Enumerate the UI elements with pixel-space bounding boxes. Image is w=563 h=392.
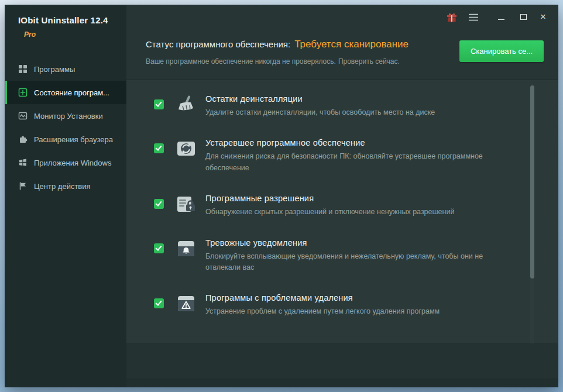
browser-extensions-puzzle-icon [18,135,28,144]
checkbox-outdated-software[interactable] [154,143,164,153]
footer-band [126,343,558,378]
sidebar-item-windows-apps[interactable]: Приложения Windows [5,151,126,174]
list-item-uninstall-leftovers: Остатки деинсталляции Удалите остатки де… [126,94,523,118]
bottom-band [126,378,558,387]
gift-icon[interactable] [447,12,457,22]
item-description: Для снижения риска для безопасности ПК: … [205,151,511,174]
install-monitor-icon [18,111,28,121]
uninstall-leftovers-broom-icon [176,94,197,115]
item-description: Обнаружение скрытых разрешений и отключе… [205,207,454,218]
sidebar-item-label: Расширения браузера [34,135,113,144]
windows-apps-icon [18,158,28,167]
health-plus-icon [18,88,28,97]
sidebar-item-install-monitor[interactable]: Монитор Установки [5,104,126,128]
item-title: Тревожные уведомления [205,238,511,247]
uninstall-problems-warning-icon [176,293,197,314]
item-title: Программы с проблемами удаления [205,293,440,302]
close-icon[interactable]: × [538,12,548,22]
app-window: IObit Uninstaller 12.4 Pro Программы Сос… [5,5,558,387]
sidebar-item-label: Центр действия [34,182,91,191]
list-item-outdated-software: Устаревшее программное обеспечение Для с… [126,138,523,174]
list-item-software-permissions: Программные разрешения Обнаружение скрыт… [126,194,523,218]
menu-icon[interactable] [469,13,478,21]
list-item-alarming-notifications: Тревожные уведомления Блокируйте всплыва… [126,238,523,274]
item-description: Удалите остатки деинсталляции, чтобы осв… [205,107,435,118]
software-status-subtitle: Ваше программное обеспечение никогда не … [146,57,400,66]
sidebar-item-label: Монитор Установки [34,112,103,121]
checkbox-uninstall-problems[interactable] [154,298,164,308]
apps-grid-icon [18,64,28,74]
checkbox-alarming-notifications[interactable] [154,243,164,253]
software-status-heading: Статус программного обеспечения:Требуетс… [146,39,408,50]
pro-badge: Pro [24,30,126,39]
sidebar-menu: Программы Состояние програм... Монитор У… [5,57,126,198]
status-value: Требуется сканирование [294,39,408,50]
titlebar-controls: × [447,12,548,22]
scrollbar-thumb[interactable] [530,85,534,278]
sidebar-item-label: Состояние програм... [34,88,109,97]
scan-options-list: Остатки деинсталляции Удалите остатки де… [126,94,523,338]
sidebar-item-action-center[interactable]: Центр действия [5,174,126,198]
item-title: Остатки деинсталляции [205,94,435,104]
app-title: IObit Uninstaller 12.4 [18,15,126,25]
sidebar-item-browser-extensions[interactable]: Расширения браузера [5,128,126,151]
sidebar-item-software-health[interactable]: Состояние програм... [5,81,126,104]
action-center-flag-icon [18,181,28,191]
item-description: Устранение проблем с удалением путем лег… [205,306,440,317]
item-description: Блокируйте всплывающие уведомления и неж… [205,251,511,274]
alarming-notifications-bell-icon [176,238,197,259]
minimize-icon[interactable] [496,12,506,22]
sidebar: IObit Uninstaller 12.4 Pro Программы Сос… [5,5,126,387]
check-now-link[interactable]: Проверить сейчас. [338,57,400,66]
maximize-icon[interactable] [518,12,528,22]
sidebar-item-label: Программы [34,65,75,74]
sidebar-header: IObit Uninstaller 12.4 Pro [5,5,126,39]
outdated-software-globe-icon [176,138,197,159]
list-item-uninstall-problems: Программы с проблемами удаления Устранен… [126,293,523,317]
item-title: Устаревшее программное обеспечение [205,138,511,147]
main-panel: × Статус программного обеспечения:Требуе… [126,5,558,387]
sidebar-item-label: Приложения Windows [34,159,111,167]
sidebar-item-programs[interactable]: Программы [5,57,126,81]
checkbox-software-permissions[interactable] [154,199,164,209]
subtitle-text: Ваше программное обеспечение никогда не … [146,57,336,66]
scan-now-button[interactable]: Сканировать се... [459,40,544,62]
status-label: Статус программного обеспечения: [146,39,290,49]
software-permissions-lock-icon [176,194,197,215]
scrollbar-track[interactable] [530,84,534,343]
checkbox-uninstall-leftovers[interactable] [154,99,164,109]
item-title: Программные разрешения [205,194,454,203]
